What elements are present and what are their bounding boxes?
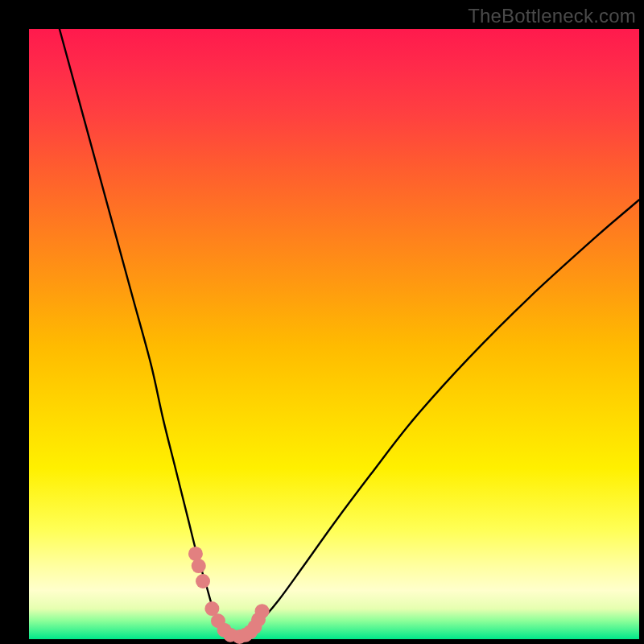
- marker-point: [255, 604, 270, 618]
- chart-frame: TheBottleneck.com: [0, 0, 644, 644]
- marker-point: [196, 574, 210, 588]
- plot-area: [29, 29, 639, 639]
- bottleneck-curve: [60, 29, 639, 638]
- marker-group: [188, 547, 270, 644]
- marker-point: [192, 559, 206, 573]
- marker-point: [188, 547, 203, 561]
- curve-layer: [29, 29, 639, 639]
- watermark-text: TheBottleneck.com: [468, 5, 636, 27]
